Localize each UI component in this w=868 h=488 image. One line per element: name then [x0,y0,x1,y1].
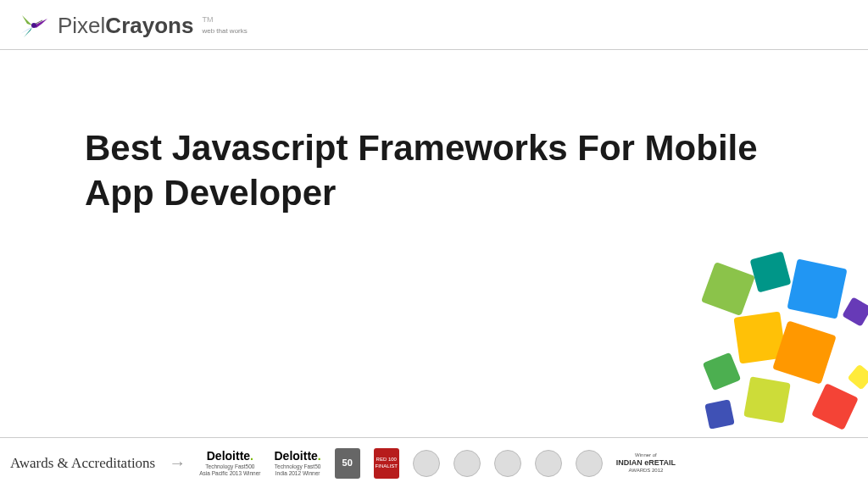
award-badge-4 [535,450,562,477]
main-content: Best Javascript Frameworks For Mobile Ap… [0,50,868,215]
square-blue [787,258,847,319]
square-green [701,262,755,316]
square-navy [704,399,735,430]
square-red [811,383,859,430]
award-badge-1 [413,450,440,477]
decorative-squares [673,242,868,437]
hummingbird-icon [15,8,53,42]
arrow-icon: → [169,453,186,473]
award-red100: RED 100 FINALIST [374,448,399,479]
square-teal [750,252,792,293]
brand-first: Pixel [58,13,105,38]
square-yellow2 [848,364,868,391]
brand-second: Crayons [105,13,193,38]
award-deloitte-1: Deloitte. Technology Fast500 Asia Pacifi… [199,449,260,476]
award-smartceo: 50 [335,448,360,479]
square-lime [743,376,791,424]
logo: PixelCrayons TM web that works [15,8,248,42]
page-title: Best Javascript Frameworks For Mobile Ap… [85,126,783,215]
award-badge-3 [494,450,521,477]
header: PixelCrayons TM web that works [0,0,868,50]
award-deloitte-2: Deloitte. Technology Fast50 India 2012 W… [275,449,321,476]
square-darkgreen [703,352,742,391]
tagline: TM web that works [202,15,247,35]
award-badge-5 [576,450,603,477]
award-indian-retail: Winner of INDIAN eRETAIL AWARDS 2012 [616,452,676,474]
awards-label: Awards & Accreditations [10,455,155,472]
brand-name: PixelCrayons [58,13,193,39]
footer: Awards & Accreditations → Deloitte. Tech… [0,437,868,488]
square-purple [842,297,868,327]
award-badge-2 [453,450,481,477]
